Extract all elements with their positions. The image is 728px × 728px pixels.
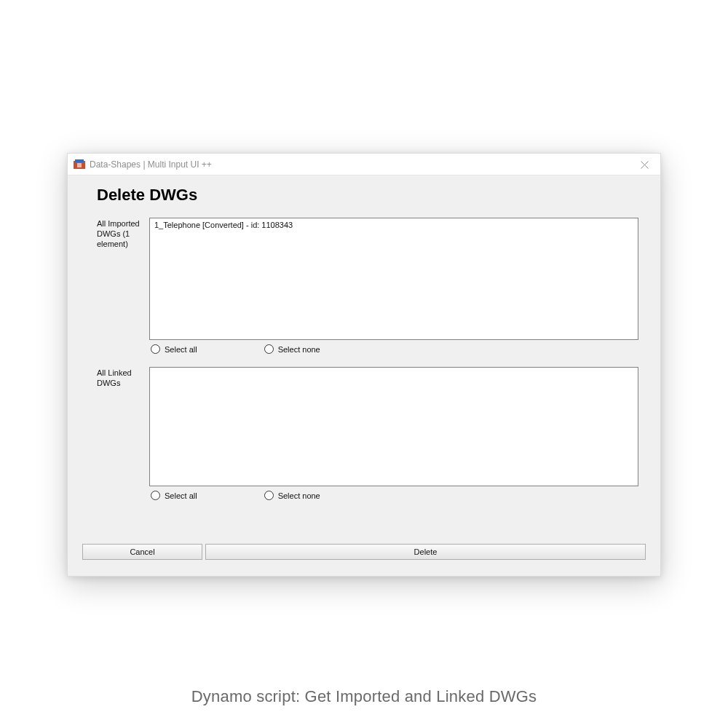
imported-listbox[interactable]: 1_Telephone [Converted] - id: 1108343: [149, 218, 638, 340]
dialog-content: Delete DWGs All Imported DWGs (1 element…: [68, 175, 660, 500]
radio-label: Select none: [278, 491, 320, 500]
imported-radio-row: Select all Select none: [149, 344, 638, 354]
radio-icon: [151, 491, 160, 500]
window-title: Data-Shapes | Multi Input UI ++: [90, 159, 212, 170]
imported-select-none-radio[interactable]: Select none: [264, 344, 320, 354]
svg-rect-2: [77, 163, 82, 167]
dialog-window: Data-Shapes | Multi Input UI ++ Delete D…: [67, 153, 661, 577]
linked-select-none-radio[interactable]: Select none: [264, 491, 320, 500]
group-linked-label: All Linked DWGs: [97, 367, 149, 389]
imported-select-all-radio[interactable]: Select all: [151, 344, 197, 354]
radio-icon: [151, 344, 160, 354]
radio-icon: [264, 491, 274, 500]
list-item[interactable]: 1_Telephone [Converted] - id: 1108343: [154, 220, 633, 230]
close-button[interactable]: [628, 154, 660, 175]
linked-select-all-radio[interactable]: Select all: [151, 491, 197, 500]
dialog-heading: Delete DWGs: [97, 186, 646, 205]
button-row: Cancel Delete: [82, 544, 646, 560]
titlebar: Data-Shapes | Multi Input UI ++: [68, 154, 660, 175]
app-icon: [74, 159, 85, 170]
radio-icon: [264, 344, 274, 354]
radio-label: Select none: [278, 345, 320, 354]
svg-rect-1: [75, 159, 84, 162]
group-imported-label-line1: All Imported DWGs: [97, 219, 140, 238]
group-imported-right: 1_Telephone [Converted] - id: 1108343 Se…: [149, 218, 638, 354]
group-imported-dwgs: All Imported DWGs (1 element) 1_Telephon…: [97, 218, 646, 354]
radio-label: Select all: [165, 345, 197, 354]
group-linked-label-text: All Linked DWGs: [97, 368, 132, 387]
cancel-button[interactable]: Cancel: [82, 544, 202, 560]
linked-radio-row: Select all Select none: [149, 491, 638, 500]
delete-button[interactable]: Delete: [205, 544, 646, 560]
group-linked-dwgs: All Linked DWGs Select all Select none: [97, 367, 646, 500]
radio-label: Select all: [165, 491, 197, 500]
page-caption: Dynamo script: Get Imported and Linked D…: [0, 687, 728, 706]
linked-listbox[interactable]: [149, 367, 638, 486]
group-imported-label: All Imported DWGs (1 element): [97, 218, 149, 249]
group-linked-right: Select all Select none: [149, 367, 638, 500]
